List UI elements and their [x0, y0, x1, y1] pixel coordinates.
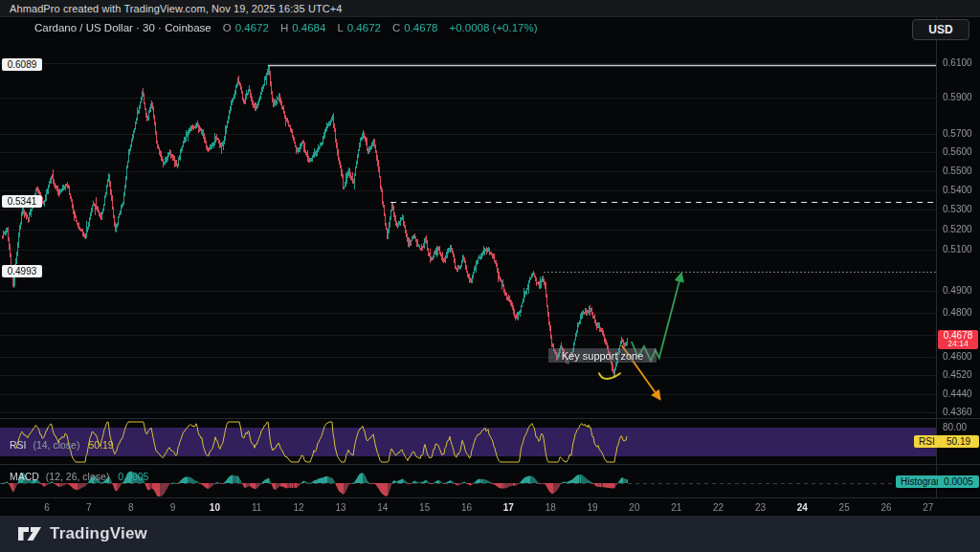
rsi-params: (14, close)	[33, 439, 79, 451]
time-tick-14: 14	[377, 502, 388, 513]
time-tick-16: 16	[461, 502, 472, 513]
last-price-label: 0.4678 24:14	[938, 330, 978, 349]
open-value: 0.4672	[235, 22, 269, 33]
change-value: +0.0008 (+0.17%)	[449, 22, 537, 33]
time-tick-23: 23	[755, 502, 766, 513]
price-tick: 0.5500	[943, 166, 972, 176]
price-tick: 0.5100	[943, 244, 972, 254]
currency-toggle-button[interactable]: USD	[912, 19, 969, 40]
symbol-legend[interactable]: Cardano / US Dollar · 30 · Coinbase O0.4…	[34, 21, 538, 34]
low-label: L	[337, 22, 343, 33]
price-tick: 0.4520	[943, 369, 972, 380]
close-value: 0.4678	[404, 22, 437, 33]
price-tick: 0.4440	[943, 388, 972, 399]
rsi-badge: RSI	[914, 435, 940, 448]
brand-name[interactable]: TradingView	[50, 524, 147, 543]
bar-countdown: 24:14	[938, 340, 978, 348]
attribution-bar: AhmadPro created with TradingView.com, N…	[0, 0, 980, 17]
price-tick: 0.4360	[943, 407, 972, 417]
time-tick-9: 9	[170, 502, 176, 513]
rsi-scale-tick: 80.00	[943, 422, 967, 432]
low-value: 0.4672	[347, 22, 381, 33]
time-tick-25: 25	[839, 502, 850, 513]
price-tick: 0.5400	[943, 185, 972, 195]
macd-title: MACD	[10, 471, 39, 482]
time-tick-7: 7	[86, 502, 92, 513]
time-tick-15: 15	[419, 502, 430, 513]
high-label: H	[280, 22, 288, 33]
high-value: 0.4684	[292, 22, 325, 33]
price-tick: 0.5700	[943, 128, 972, 139]
macd-value: 0.0005	[118, 471, 148, 482]
key-support-zone[interactable]: Key support zone	[548, 348, 657, 363]
time-tick-21: 21	[671, 502, 681, 513]
price-tick: 0.4600	[943, 351, 972, 362]
time-tick-27: 27	[923, 502, 933, 513]
time-tick-17: 17	[503, 502, 514, 513]
rsi-title: RSI	[10, 439, 27, 451]
time-tick-8: 8	[128, 502, 134, 513]
price-tick: 0.6100	[943, 57, 972, 68]
macd-legend[interactable]: MACD (12, 26, close) 0.0005	[10, 471, 148, 482]
attribution-text: AhmadPro created with TradingView.com, N…	[10, 3, 343, 14]
time-tick-6: 6	[44, 502, 50, 513]
level-price-label-0.6089: 0.6089	[2, 58, 42, 71]
time-tick-20: 20	[629, 502, 639, 513]
time-tick-13: 13	[335, 502, 345, 513]
price-tick: 0.5300	[943, 204, 972, 214]
rsi-axis-value: 50.19	[938, 435, 979, 448]
price-tick: 0.5200	[943, 224, 972, 234]
open-label: O	[223, 22, 232, 33]
time-tick-18: 18	[546, 502, 556, 513]
time-tick-22: 22	[713, 502, 724, 513]
price-tick: 0.4900	[943, 285, 972, 296]
price-tick: 0.5600	[943, 146, 972, 157]
time-tick-11: 11	[252, 502, 261, 513]
price-chart-canvas[interactable]	[0, 0, 980, 552]
rsi-legend[interactable]: RSI (14, close) 50.19	[10, 439, 114, 451]
level-price-label-0.4993: 0.4993	[2, 265, 42, 277]
time-tick-12: 12	[294, 502, 304, 513]
time-tick-26: 26	[880, 502, 891, 513]
level-price-label-0.5341: 0.5341	[2, 195, 42, 208]
time-axis[interactable]: 6789101112131415161718192021222324252627	[0, 498, 980, 516]
tradingview-logo-icon[interactable]	[17, 524, 42, 543]
macd-axis-value: 0.0005	[938, 475, 979, 488]
key-support-zone-label: Key support zone	[562, 350, 644, 362]
close-label: C	[392, 22, 400, 33]
time-tick-19: 19	[587, 502, 597, 513]
rsi-value: 50.19	[88, 439, 113, 451]
price-tick: 0.5900	[943, 92, 972, 102]
price-tick: 0.4800	[943, 307, 972, 318]
footer-bar: TradingView	[0, 516, 980, 552]
time-tick-10: 10	[210, 502, 220, 513]
tradingview-chart-app: Key support zone AhmadPro created with T…	[0, 0, 980, 552]
symbol-title: Cardano / US Dollar · 30 · Coinbase	[34, 22, 212, 33]
macd-params: (12, 26, close)	[46, 471, 110, 482]
time-tick-24: 24	[797, 502, 808, 513]
